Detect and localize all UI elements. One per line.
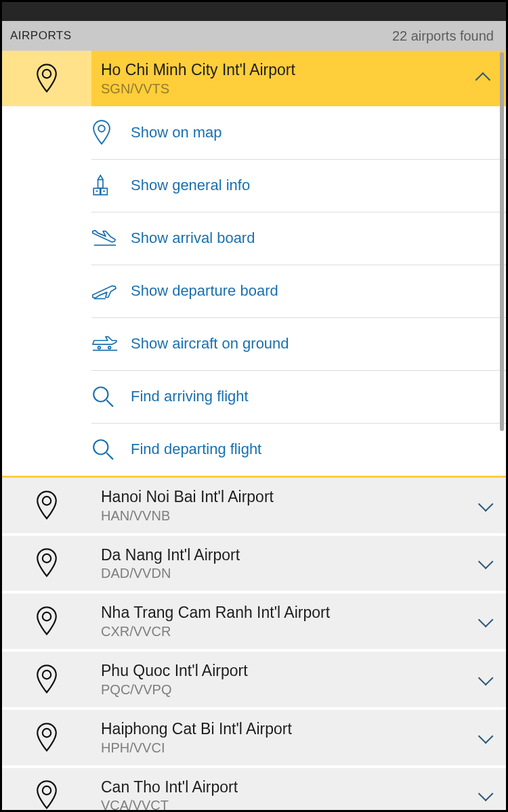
pin-icon	[2, 710, 91, 765]
airport-code: VCA/VVCT	[101, 798, 463, 812]
airport-code: CXR/VVCR	[101, 624, 463, 639]
plane-ground-icon	[91, 335, 131, 353]
chevron-down-icon	[478, 496, 494, 512]
action-label: Find departing flight	[131, 441, 261, 458]
pin-icon	[2, 478, 91, 533]
action-find-arriving[interactable]: Find arriving flight	[91, 370, 506, 423]
chevron-down-icon	[478, 728, 494, 744]
chevron-down-icon	[478, 612, 494, 628]
airport-code: DAD/VVDN	[101, 566, 463, 581]
svg-point-9	[98, 346, 101, 349]
airport-row[interactable]: Da Nang Int'l Airport DAD/VVDN	[2, 536, 506, 594]
svg-point-1	[98, 125, 105, 132]
svg-line-13	[106, 401, 113, 407]
expand-toggle[interactable]	[463, 478, 506, 533]
airport-actions: Show on map Show general info Show arriv…	[2, 106, 506, 478]
chevron-up-icon	[475, 72, 491, 88]
airport-name: Da Nang Int'l Airport	[101, 545, 463, 565]
airport-name: Nha Trang Cam Ranh Int'l Airport	[101, 603, 463, 623]
chevron-down-icon	[478, 786, 494, 802]
results-count: 22 airports found	[392, 28, 494, 44]
plane-departure-icon	[91, 281, 131, 301]
airport-row[interactable]: Can Tho Int'l Airport VCA/VVCT	[2, 768, 506, 813]
action-departure-board[interactable]: Show departure board	[91, 265, 506, 317]
svg-point-14	[93, 440, 108, 454]
pin-icon	[2, 652, 91, 707]
expand-toggle[interactable]	[463, 536, 506, 591]
pin-icon	[2, 51, 91, 106]
action-aircraft-on-ground[interactable]: Show aircraft on ground	[91, 317, 506, 370]
action-label: Show aircraft on ground	[131, 335, 289, 353]
airport-code: SGN/VVTS	[101, 81, 463, 97]
airport-row[interactable]: Ho Chi Minh City Int'l Airport SGN/VVTS	[2, 51, 506, 106]
plane-arrival-icon	[91, 228, 131, 248]
airport-code: HAN/VVNB	[101, 508, 463, 524]
airport-name: Haiphong Cat Bi Int'l Airport	[101, 719, 463, 739]
action-arrival-board[interactable]: Show arrival board	[91, 212, 506, 265]
airport-name: Phu Quoc Int'l Airport	[101, 661, 463, 681]
airport-row[interactable]: Nha Trang Cam Ranh Int'l Airport CXR/VVC…	[2, 593, 506, 652]
scrollbar-thumb[interactable]	[500, 52, 504, 431]
airport-name: Can Tho Int'l Airport	[101, 777, 463, 797]
airport-name: Ho Chi Minh City Int'l Airport	[101, 60, 463, 80]
pin-icon	[2, 536, 91, 591]
action-label: Show departure board	[131, 282, 278, 300]
svg-line-15	[106, 453, 113, 460]
svg-point-0	[43, 70, 51, 78]
airport-row[interactable]: Phu Quoc Int'l Airport PQC/VVPQ	[2, 652, 506, 710]
svg-point-18	[43, 612, 51, 621]
svg-point-12	[93, 387, 108, 401]
action-label: Show arrival board	[131, 229, 255, 247]
airport-row[interactable]: Hanoi Noi Bai Int'l Airport HAN/VVNB	[2, 478, 506, 536]
expand-toggle[interactable]	[463, 652, 506, 707]
svg-point-20	[43, 729, 51, 737]
action-general-info[interactable]: Show general info	[91, 159, 506, 212]
section-title: AIRPORTS	[10, 29, 72, 43]
search-icon	[91, 385, 131, 408]
airport-row[interactable]: Haiphong Cat Bi Int'l Airport HPH/VVCI	[2, 710, 506, 768]
map-pin-icon	[91, 120, 131, 145]
section-header: AIRPORTS 22 airports found	[2, 21, 506, 51]
airport-code: PQC/VVPQ	[101, 682, 463, 698]
svg-point-19	[43, 671, 51, 679]
svg-point-21	[43, 786, 51, 794]
airport-code: HPH/VVCI	[101, 740, 463, 756]
action-show-on-map[interactable]: Show on map	[91, 106, 506, 159]
chevron-down-icon	[478, 670, 494, 685]
action-label: Show on map	[131, 124, 222, 141]
search-icon	[91, 438, 131, 461]
airport-name: Hanoi Noi Bai Int'l Airport	[101, 487, 463, 507]
pin-icon	[2, 593, 91, 649]
action-find-departing[interactable]: Find departing flight	[91, 423, 506, 476]
svg-rect-4	[98, 180, 103, 189]
top-bar	[2, 2, 506, 21]
tower-icon	[91, 174, 131, 197]
svg-point-10	[108, 346, 111, 349]
svg-point-16	[43, 497, 51, 505]
expand-toggle[interactable]	[463, 768, 506, 813]
expand-toggle[interactable]	[463, 593, 506, 649]
action-label: Find arriving flight	[131, 388, 249, 405]
action-label: Show general info	[131, 177, 250, 194]
svg-point-17	[43, 554, 51, 562]
expand-toggle[interactable]	[463, 710, 506, 765]
pin-icon	[2, 768, 91, 813]
chevron-down-icon	[478, 554, 494, 570]
